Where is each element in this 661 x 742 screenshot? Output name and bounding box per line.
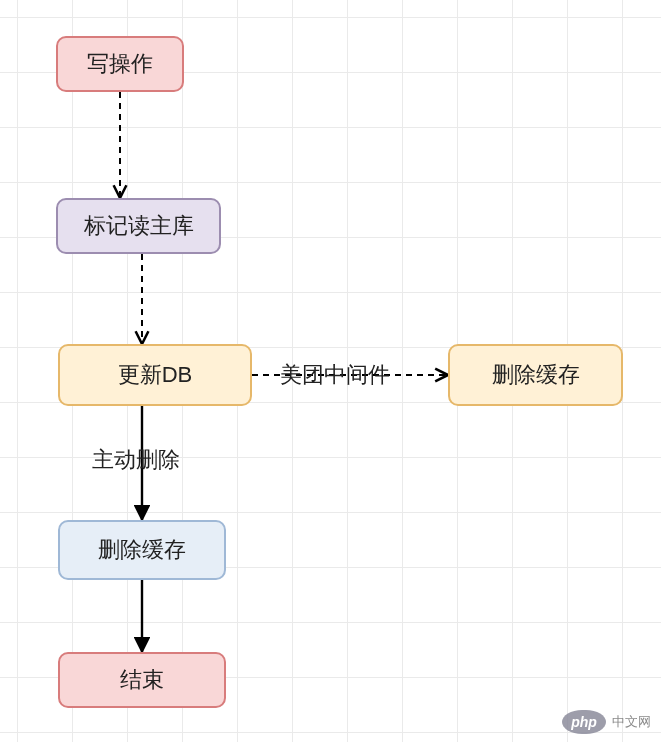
- node-mark-master: 标记读主库: [56, 198, 221, 254]
- edge-label-middleware: 美团中间件: [280, 360, 390, 390]
- edge-label-active-delete: 主动删除: [92, 445, 180, 475]
- watermark: php 中文网: [562, 710, 651, 734]
- node-write-op: 写操作: [56, 36, 184, 92]
- node-label: 标记读主库: [84, 211, 194, 241]
- watermark-text: 中文网: [612, 713, 651, 731]
- node-label: 删除缓存: [492, 360, 580, 390]
- node-label: 写操作: [87, 49, 153, 79]
- node-label: 删除缓存: [98, 535, 186, 565]
- node-delete-cache-r: 删除缓存: [448, 344, 623, 406]
- node-end: 结束: [58, 652, 226, 708]
- node-label: 结束: [120, 665, 164, 695]
- php-logo-icon: php: [562, 710, 606, 734]
- node-update-db: 更新DB: [58, 344, 252, 406]
- node-label: 更新DB: [118, 360, 193, 390]
- node-delete-cache-b: 删除缓存: [58, 520, 226, 580]
